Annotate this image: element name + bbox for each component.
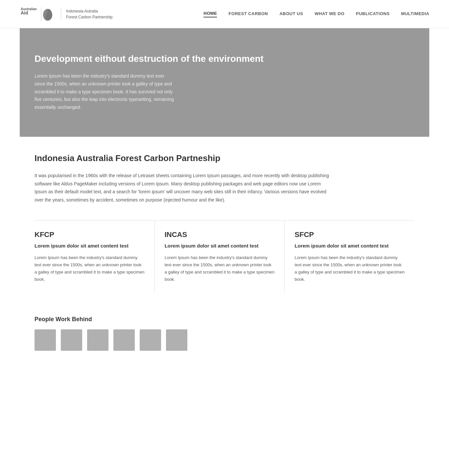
svg-point-4 <box>47 9 51 12</box>
col-incas-subtitle: Lorem ipsum dolor sit amet content test <box>165 242 275 249</box>
col-kfcp: KFCP Lorem ipsum dolor sit amet content … <box>35 221 155 293</box>
nav-what-we-do[interactable]: WHAT WE DO <box>315 11 344 17</box>
nav-forest-carbon[interactable]: FOREST CARBON <box>228 11 268 17</box>
col-sfcp: SFCP Lorem ipsum dolor sit amet content … <box>285 221 414 293</box>
main-content: Indonesia Australia Forest Carbon Partne… <box>20 137 429 367</box>
people-avatars <box>35 329 414 351</box>
australian-aid-logo: Australian Aid <box>20 5 56 23</box>
hero-banner: Development eithout destruction of the e… <box>20 28 429 137</box>
nav-multimedia[interactable]: MULTIMEDIA <box>401 11 429 17</box>
col-kfcp-label: KFCP <box>35 230 145 239</box>
site-header: Australian Aid Indonesia-Autralia Forest… <box>0 0 449 28</box>
avatar-4 <box>113 329 135 351</box>
nav-publications[interactable]: PUBLICATIONS <box>356 11 390 17</box>
col-incas: INCAS Lorem ipsum dolor sit amet content… <box>155 221 285 293</box>
logo-text: Indonesia-Autralia Forest Carbon Partner… <box>61 8 112 20</box>
section-heading: Indonesia Australia Forest Carbon Partne… <box>35 153 414 163</box>
col-incas-label: INCAS <box>165 230 275 239</box>
avatar-3 <box>87 329 108 351</box>
col-sfcp-text: Lorem Ipsum has been the industry's stan… <box>295 254 405 283</box>
three-columns: KFCP Lorem ipsum dolor sit amet content … <box>35 220 414 293</box>
col-kfcp-subtitle: Lorem ipsum dolor sit amet content test <box>35 242 145 249</box>
section-body: It was popularised in the 1960s with the… <box>35 172 330 204</box>
col-kfcp-text: Lorem Ipsum has been the industry's stan… <box>35 254 145 283</box>
people-title: People Work Behind <box>35 316 414 323</box>
avatar-6 <box>166 329 187 351</box>
hero-body: Lorem Ipsum has been the industry's stan… <box>35 72 176 111</box>
main-nav: HOME FOREST CARBON ABOUT US WHAT WE DO P… <box>203 11 429 17</box>
people-section: People Work Behind <box>35 313 414 351</box>
nav-about-us[interactable]: ABOUT US <box>279 11 303 17</box>
logo-area: Australian Aid Indonesia-Autralia Forest… <box>20 5 112 23</box>
hero-heading: Development eithout destruction of the e… <box>35 54 281 64</box>
avatar-1 <box>35 329 56 351</box>
svg-text:Aid: Aid <box>21 10 28 15</box>
avatar-5 <box>140 329 161 351</box>
col-sfcp-subtitle: Lorem ipsum dolor sit amet content test <box>295 242 405 249</box>
col-sfcp-label: SFCP <box>295 230 405 239</box>
col-incas-text: Lorem Ipsum has been the industry's stan… <box>165 254 275 283</box>
nav-home[interactable]: HOME <box>203 11 217 17</box>
avatar-2 <box>61 329 82 351</box>
